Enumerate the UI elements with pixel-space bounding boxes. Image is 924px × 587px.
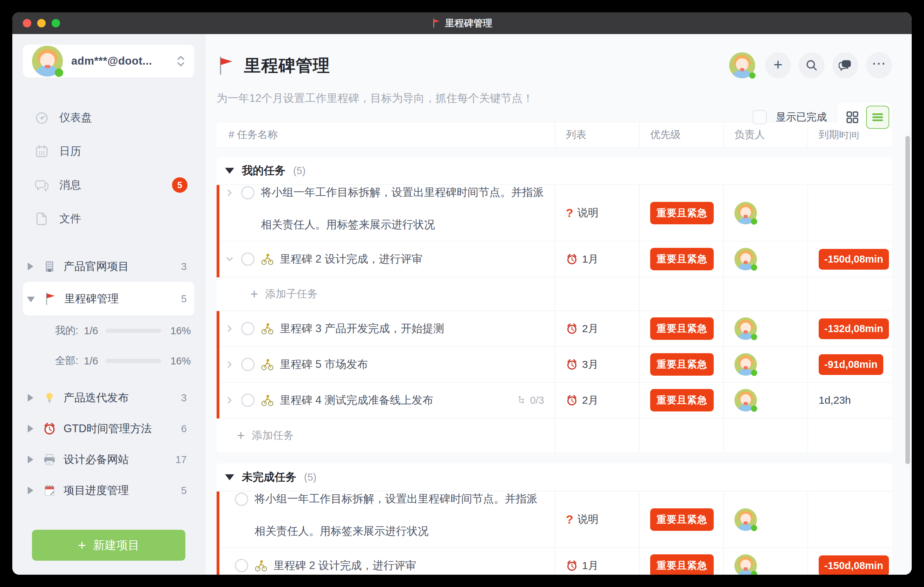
question-icon: ? — [566, 206, 573, 220]
column-list[interactable]: 列表 — [555, 122, 639, 147]
cyclist-icon — [261, 394, 274, 407]
task-row[interactable]: 将小组一年工作目标拆解，设置出里程碑时间节点。并指派相关责任人。用标签来展示进行… — [216, 491, 892, 548]
priority-badge: 重要且紧急 — [650, 508, 714, 531]
task-checkbox[interactable] — [235, 559, 248, 572]
progress-track — [106, 359, 161, 363]
priority-badge: 重要且紧急 — [650, 353, 714, 376]
subtask-tree-icon — [517, 395, 526, 405]
plus-icon: + — [774, 56, 782, 73]
expand-row-icon[interactable] — [224, 395, 235, 406]
close-window-button[interactable] — [23, 19, 31, 27]
new-project-button[interactable]: + 新建项目 — [32, 530, 185, 561]
flag-icon — [216, 56, 235, 76]
project-owner-avatar[interactable] — [729, 52, 755, 78]
expand-row-icon[interactable] — [224, 188, 235, 198]
progress-all[interactable]: 全部: 1/6 16% — [23, 346, 195, 376]
sidebar-item-messages[interactable]: 消息 5 — [23, 168, 195, 202]
search-button[interactable] — [799, 52, 825, 78]
priority-badge: 重要且紧急 — [650, 202, 714, 224]
assignee-avatar — [734, 353, 757, 376]
project-item-gtd[interactable]: GTD时间管理方法 6 — [23, 413, 195, 444]
expand-row-icon[interactable] — [224, 359, 235, 370]
task-title: 里程碑 4 测试完成准备线上发布 — [280, 392, 433, 408]
task-title: 将小组一年工作目标拆解，设置出里程碑时间节点。并指派相关责任人。用标签来展示进行… — [254, 483, 546, 547]
more-button[interactable]: ⋯ — [866, 52, 892, 78]
printer-icon — [43, 453, 56, 467]
alarm-clock-icon — [43, 422, 56, 436]
project-item-official-site[interactable]: 产品官网项目 3 — [23, 251, 195, 282]
sidebar-item-files[interactable]: 文件 — [23, 202, 195, 236]
board-view-button[interactable] — [841, 106, 864, 129]
priority-badge: 重要且紧急 — [650, 389, 714, 411]
due-time-text: 1d,23h — [819, 394, 851, 406]
cyclist-icon — [261, 253, 274, 265]
collapse-icon — [225, 474, 234, 480]
task-row[interactable]: 里程碑 5 市场发布 3月 重要且紧急 -91d,08min — [216, 347, 892, 383]
task-title: 将小组一年工作目标拆解，设置出里程碑时间节点。并指派相关责任人。用标签来展示进行… — [261, 176, 552, 241]
expand-row-icon[interactable] — [224, 323, 235, 334]
project-list: 产品官网项目 3 里程碑管理 5 我的: 1/6 16% — [23, 251, 195, 506]
message-icon — [35, 178, 49, 192]
task-checkbox[interactable] — [241, 186, 254, 200]
task-row[interactable]: 里程碑 3 产品开发完成，开始提测 2月 重要且紧急 -132d,08min — [216, 311, 892, 347]
progress-track — [106, 329, 161, 333]
list-view-button[interactable] — [866, 106, 889, 129]
account-email: adm***@doot... — [71, 55, 168, 68]
toolbar: + ⋯ — [729, 52, 892, 78]
board-view-icon — [846, 110, 859, 124]
project-item-progress[interactable]: 项目进度管理 5 — [23, 475, 195, 506]
alarm-clock-icon — [566, 560, 578, 572]
task-checkbox[interactable] — [241, 322, 254, 335]
user-avatar — [32, 46, 63, 76]
project-item-milestone[interactable]: 里程碑管理 5 — [23, 282, 195, 316]
due-time-badge: -132d,08min — [819, 318, 889, 339]
traffic-lights — [23, 19, 60, 27]
priority-badge: 重要且紧急 — [650, 554, 714, 575]
account-switcher[interactable]: adm***@doot... — [23, 45, 195, 77]
sidebar-item-calendar[interactable]: 日历 — [23, 134, 195, 168]
due-time-badge: -150d,08min — [819, 249, 889, 270]
task-row[interactable]: 里程碑 2 设计完成，进行评审 1月 重要且紧急 -150d,08min — [216, 242, 892, 277]
progress-my[interactable]: 我的: 1/6 16% — [23, 316, 195, 346]
zoom-window-button[interactable] — [51, 19, 60, 27]
task-row[interactable]: 里程碑 4 测试完成准备线上发布 0/3 2月 重要且紧急 1d,23h — [216, 383, 892, 419]
add-task-row[interactable]: + 添加任务 — [216, 419, 892, 452]
expand-right-icon — [28, 425, 33, 432]
show-completed-checkbox[interactable] — [753, 110, 767, 124]
task-checkbox[interactable] — [235, 493, 248, 506]
bulb-icon — [43, 391, 56, 405]
assignee-avatar — [734, 202, 757, 224]
alarm-clock-icon — [566, 394, 578, 406]
task-checkbox[interactable] — [241, 394, 254, 407]
task-row[interactable]: 里程碑 2 设计完成，进行评审 1月 重要且紧急 -150d,08min — [216, 548, 892, 575]
priority-badge: 重要且紧急 — [650, 248, 714, 270]
flag-icon — [432, 18, 441, 28]
sidebar-item-dashboard[interactable]: 仪表盘 — [23, 101, 195, 134]
expand-right-icon — [28, 262, 33, 270]
column-priority[interactable]: 优先级 — [639, 122, 723, 147]
titlebar: 里程碑管理 — [12, 12, 912, 34]
task-checkbox[interactable] — [241, 252, 254, 266]
message-count-badge: 5 — [172, 177, 188, 193]
task-title: 里程碑 2 设计完成，进行评审 — [274, 558, 416, 573]
task-title: 里程碑 2 设计完成，进行评审 — [280, 251, 422, 267]
collapse-row-icon[interactable] — [224, 254, 235, 264]
chat-button[interactable] — [832, 52, 858, 78]
expand-right-icon — [28, 394, 33, 402]
task-row[interactable]: 将小组一年工作目标拆解，设置出里程碑时间节点。并指派相关责任人。用标签来展示进行… — [216, 185, 892, 242]
page-title: 里程碑管理 — [244, 54, 330, 77]
column-task-name[interactable]: # 任务名称 — [216, 122, 555, 147]
add-subtask-row[interactable]: + 添加子任务 — [216, 277, 892, 311]
show-completed-label: 显示已完成 — [776, 110, 827, 124]
task-group-my-tasks: 我的任务 (5) 将小组一年工作目标拆解，设置出里程碑时间节点。并指派相关责任人… — [216, 157, 892, 452]
project-item-design-sites[interactable]: 设计必备网站 17 — [23, 444, 195, 475]
cyclist-icon — [261, 358, 274, 371]
add-button[interactable]: + — [765, 52, 791, 78]
minimize-window-button[interactable] — [37, 19, 46, 27]
priority-badge: 重要且紧急 — [650, 317, 714, 340]
project-item-iteration[interactable]: 产品迭代发布 3 — [23, 383, 195, 413]
task-checkbox[interactable] — [241, 358, 254, 371]
vertical-scrollbar[interactable] — [906, 136, 910, 464]
calendar-page-icon — [43, 483, 56, 498]
plus-icon: + — [250, 287, 258, 302]
